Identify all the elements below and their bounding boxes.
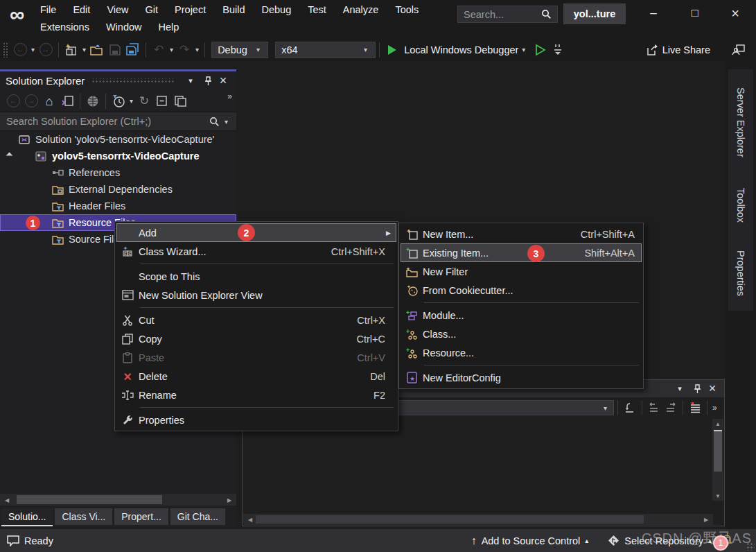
home-icon[interactable]: ⌂	[40, 92, 58, 110]
panel-drag-grip[interactable]	[91, 78, 174, 83]
submenu-item-new-filter[interactable]: New Filter	[401, 262, 642, 281]
menu-item-scope-to-this[interactable]: Scope to This	[116, 267, 396, 286]
tree-item-external-dependencies[interactable]: External Dependencies	[0, 181, 236, 198]
toolbar-overflow-icon[interactable]: »	[227, 92, 232, 101]
feedback-bubble-icon[interactable]	[7, 535, 19, 546]
navigate-forward-icon[interactable]: →	[39, 43, 53, 56]
menu-item-new-solution-explorer-view[interactable]: New Solution Explorer View	[116, 286, 396, 304]
submenu-item-from-cookiecutter[interactable]: From Cookiecutter...	[401, 281, 642, 300]
menu-test[interactable]: Test	[299, 2, 335, 17]
solution-explorer-hscrollbar[interactable]: ◀ ▶	[0, 494, 236, 506]
scroll-left-icon[interactable]: ◀	[1, 495, 12, 505]
notification-badge[interactable]: 1	[713, 535, 728, 551]
menu-file[interactable]: File	[32, 2, 64, 17]
submenu-item-module[interactable]: + Module...	[401, 306, 642, 325]
output-vscrollbar[interactable]: ▲ ▼	[712, 419, 723, 501]
submenu-item-new-editorconfig[interactable]: ★ New EditorConfig	[401, 368, 642, 387]
pin-icon[interactable]	[200, 76, 216, 86]
solution-platform-select[interactable]: x64▾	[275, 42, 376, 58]
output-hscrollbar[interactable]: ◀ ▶	[243, 514, 713, 525]
expand-arrow-icon[interactable]	[6, 153, 13, 159]
toolbar-grip[interactable]	[3, 42, 8, 58]
filter-dropdown[interactable]: ▾	[130, 97, 133, 105]
tab-property-manager[interactable]: Propert...	[114, 508, 168, 525]
debugger-target-dropdown[interactable]: ▾	[522, 46, 525, 53]
menu-view[interactable]: View	[98, 2, 137, 17]
live-share-icon[interactable]	[644, 41, 662, 59]
all-files-icon[interactable]	[84, 92, 102, 110]
toolbar-options-icon[interactable]	[550, 41, 568, 59]
add-to-source-control-button[interactable]: ↑ Add to Source Control ▴	[471, 535, 589, 546]
menu-item-rename[interactable]: Rename F2	[116, 386, 396, 404]
menu-tools[interactable]: Tools	[387, 2, 427, 17]
tab-properties[interactable]: Properties	[728, 236, 753, 311]
solution-explorer-search-input[interactable]: Search Solution Explorer (Ctrl+;) ▾	[0, 112, 236, 131]
solution-explorer-titlebar[interactable]: Solution Explorer ▾ ×	[0, 71, 236, 90]
tab-server-explorer[interactable]: Server Explorer	[728, 69, 753, 175]
new-project-dropdown[interactable]: ▾	[82, 46, 86, 53]
menu-debug[interactable]: Debug	[253, 2, 299, 17]
feedback-icon[interactable]	[730, 41, 748, 59]
next-message-icon[interactable]	[662, 400, 679, 415]
menu-item-add[interactable]: Add ▶	[116, 223, 396, 242]
menu-item-cut[interactable]: Cut Ctrl+X	[116, 311, 396, 329]
scroll-right-icon[interactable]: ▶	[224, 495, 235, 505]
tab-git-changes[interactable]: Git Cha...	[170, 508, 225, 525]
window-position-icon[interactable]: ▾	[672, 384, 687, 393]
scrollbar-thumb[interactable]	[17, 495, 162, 504]
quick-search-input[interactable]: Search...	[457, 6, 558, 23]
menu-window[interactable]: Window	[98, 19, 150, 35]
debugger-target-label[interactable]: Local Windows Debugger	[404, 44, 518, 55]
menu-analyze[interactable]: Analyze	[335, 2, 387, 17]
minimize-button[interactable]: –	[638, 0, 669, 26]
solution-configuration-select[interactable]: Debug▾	[211, 42, 268, 58]
menu-item-properties[interactable]: Properties	[116, 411, 396, 429]
window-position-icon[interactable]: ▾	[183, 76, 198, 85]
collapse-all-icon[interactable]	[153, 92, 171, 110]
submenu-item-existing-item[interactable]: + Existing Item... Shift+Alt+A	[401, 243, 642, 262]
scroll-left-icon[interactable]: ◀	[245, 515, 256, 524]
navigate-back-dropdown[interactable]: ▾	[31, 46, 35, 53]
switch-views-icon[interactable]	[58, 92, 76, 110]
toolbar-overflow-icon[interactable]: »	[712, 403, 717, 413]
menu-item-class-wizard[interactable]: FC Class Wizard... Ctrl+Shift+X	[116, 242, 396, 261]
pending-changes-filter-icon[interactable]	[109, 92, 128, 110]
open-folder-icon[interactable]	[88, 41, 106, 59]
start-debugging-icon[interactable]	[388, 45, 396, 55]
preview-selected-icon[interactable]	[171, 92, 189, 110]
submenu-item-class[interactable]: + Class...	[401, 325, 642, 343]
navigate-back-icon[interactable]: ←	[14, 43, 27, 56]
tree-item-project[interactable]: yolov5-tensorrtx-VideoCapture	[0, 148, 236, 164]
close-button[interactable]: ×	[719, 0, 751, 26]
close-icon[interactable]: ×	[705, 381, 720, 396]
pin-icon[interactable]	[689, 384, 705, 394]
menu-help[interactable]: Help	[150, 19, 188, 35]
save-all-icon[interactable]	[124, 41, 142, 59]
clear-all-icon[interactable]	[687, 400, 703, 415]
tab-class-view[interactable]: Class Vi...	[55, 508, 112, 525]
close-icon[interactable]: ×	[216, 74, 231, 88]
maximize-button[interactable]: □	[679, 0, 711, 26]
new-project-icon[interactable]	[62, 41, 80, 59]
submenu-item-new-item[interactable]: New Item... Ctrl+Shift+A	[401, 225, 642, 243]
scrollbar-thumb[interactable]	[256, 515, 644, 524]
submenu-item-resource[interactable]: + Resource...	[401, 343, 642, 362]
previous-message-icon[interactable]	[646, 400, 662, 415]
menu-git[interactable]: Git	[137, 2, 167, 17]
menu-extensions[interactable]: Extensions	[32, 19, 98, 35]
tree-item-references[interactable]: References	[0, 164, 236, 181]
tree-item-solution[interactable]: Solution 'yolov5-tensorrtx-VideoCapture'	[0, 131, 236, 148]
menu-item-copy[interactable]: Copy Ctrl+C	[116, 329, 396, 348]
scroll-right-icon[interactable]: ▶	[701, 515, 712, 524]
tab-toolbox[interactable]: Toolbox	[728, 172, 753, 239]
live-share-label[interactable]: Live Share	[662, 44, 710, 55]
goto-message-icon[interactable]	[622, 400, 638, 415]
tab-solution-explorer[interactable]: Solutio...	[1, 508, 53, 526]
menu-project[interactable]: Project	[166, 2, 214, 17]
menu-build[interactable]: Build	[214, 2, 253, 17]
tree-item-header-files[interactable]: Header Files	[0, 198, 236, 214]
scroll-down-icon[interactable]: ▼	[712, 491, 723, 501]
scrollbar-thumb[interactable]	[714, 430, 722, 472]
start-without-debugging-icon[interactable]	[531, 41, 550, 59]
search-options-dropdown[interactable]: ▾	[225, 118, 228, 126]
